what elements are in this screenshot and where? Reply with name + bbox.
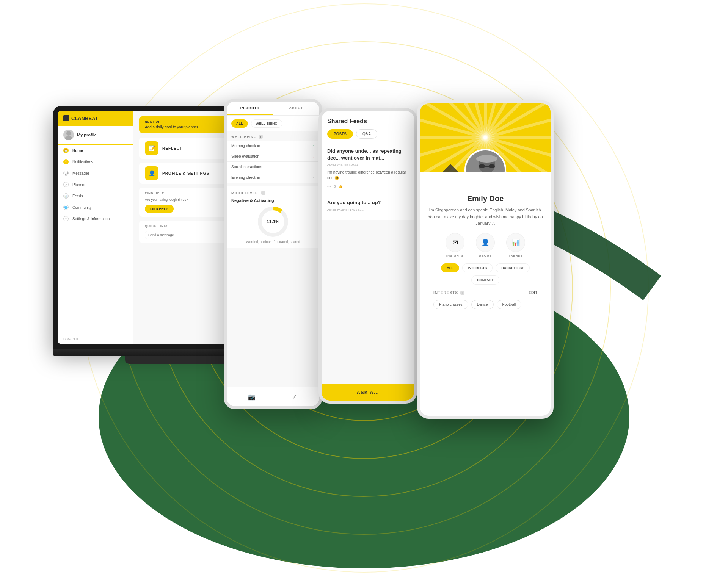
profile-card: Emily Doe I'm Singaporean and can speak:… (417, 100, 554, 419)
interests-header: INTERESTS i EDIT (433, 291, 537, 295)
check-icon[interactable]: ✓ (289, 391, 300, 402)
feed-post-1[interactable]: Did anyone unde... as repeating dec... w… (322, 142, 414, 194)
list-item-sleep[interactable]: Sleep evaluation ↓ (227, 151, 319, 162)
profile-name: Emily Doe (428, 194, 543, 203)
tag-football[interactable]: Football (497, 300, 522, 309)
mood-circle: 11.1% (258, 207, 288, 237)
sidebar-item-settings[interactable]: ≡ Settings & Information (58, 213, 133, 224)
thumbs-icon: 👍 (339, 185, 343, 188)
wellbeing-section-title: WELL-BEING i (227, 131, 319, 141)
mood-name: Negative & Activating (231, 198, 315, 203)
tab-insights[interactable]: INSIGHTS (227, 102, 273, 115)
phone-insights-inner: INSIGHTS ABOUT ALL WELL-BEING WELL-BEING… (227, 102, 319, 406)
sidebar-item-messages[interactable]: 💬 Messages (58, 167, 133, 179)
settings-icon: ≡ (63, 216, 69, 221)
filter-all[interactable]: ALL (441, 263, 459, 272)
profile-header-bg (420, 103, 551, 172)
interests-section: INTERESTS i EDIT Piano classes Dance Foo… (428, 291, 543, 309)
sidebar-item-planner[interactable]: ✓ Planner (58, 179, 133, 190)
home-icon: 🏠 (63, 148, 69, 153)
messages-icon: 💬 (63, 171, 69, 176)
svg-rect-39 (479, 164, 485, 168)
feeds-title: Shared Feeds (327, 118, 408, 125)
mood-percent: 11.1% (262, 210, 284, 233)
arrow-down-icon: ↓ (313, 154, 315, 158)
feed-post-1-text: I'm having trouble difference between a … (327, 169, 408, 181)
find-help-button[interactable]: FIND HELP (145, 205, 174, 213)
feed-post-2[interactable]: Are you going to... up? Asked by Jane | … (322, 194, 414, 220)
list-item-morning[interactable]: Morning check-in ↑ (227, 141, 319, 151)
community-icon: 🌐 (63, 205, 69, 210)
svg-point-38 (476, 155, 497, 163)
wellbeing-info-icon[interactable]: i (259, 135, 263, 139)
sidebar-item-feeds-label: Feeds (72, 194, 83, 198)
laptop-stand (125, 356, 239, 364)
planner-icon: ✓ (63, 182, 69, 187)
feeds-tab-posts[interactable]: POSTS (327, 129, 353, 139)
reflect-label: REFLECT (162, 146, 182, 150)
phone-feeds: Shared Feeds POSTS Q&A Did anyone unde..… (318, 108, 417, 404)
sidebar-profile[interactable]: My profile (58, 126, 133, 145)
filter-contact[interactable]: CONTACT (471, 275, 499, 285)
sidebar-item-community-label: Community (72, 205, 92, 210)
camera-icon[interactable]: 📷 (246, 391, 257, 402)
feed-post-1-actions: ••• 5 👍 (327, 185, 408, 188)
sidebar-profile-name: My profile (77, 133, 97, 137)
mood-description: Worried, anxious, frustrated, scared (231, 240, 315, 244)
sidebar-item-messages-label: Messages (72, 171, 90, 175)
insights-label: INSIGHTS (446, 254, 464, 257)
profile-filter-row: ALL INTERESTS BUCKET LIST CONTACT (428, 263, 543, 285)
reflect-icon: 📝 (145, 141, 158, 155)
filter-interests[interactable]: INTERESTS (462, 263, 493, 272)
interests-info-icon[interactable]: i (460, 291, 464, 295)
profile-icon-insights[interactable]: ✉ INSIGHTS (446, 233, 464, 257)
sidebar-item-feeds[interactable]: 📊 Feeds (58, 190, 133, 202)
logout-label: LOG OUT (63, 337, 79, 341)
trends-icon: 📊 (506, 233, 525, 252)
phone-feeds-inner: Shared Feeds POSTS Q&A Did anyone unde..… (322, 111, 414, 401)
feed-post-2-meta: Asked by Jane | 17:21 | Z... (327, 208, 408, 211)
phone-insights: INSIGHTS ABOUT ALL WELL-BEING WELL-BEING… (224, 99, 322, 409)
feeds-icon: 📊 (63, 193, 69, 199)
trends-label: TRENDS (508, 254, 523, 257)
sidebar-item-home[interactable]: 🏠 Home (58, 145, 133, 156)
list-item-social[interactable]: Social interactions (227, 162, 319, 172)
mood-section: MOOD LEVEL i Negative & Activating 11.1%… (227, 186, 319, 248)
profile-icon-about[interactable]: 👤 ABOUT (476, 233, 495, 257)
profile-icon-trends[interactable]: 📊 TRENDS (506, 233, 525, 257)
tab-about[interactable]: ABOUT (273, 102, 319, 115)
svg-rect-40 (489, 164, 495, 168)
dots-icon: ••• (327, 185, 331, 188)
feeds-tab-qa[interactable]: Q&A (356, 129, 377, 139)
feed-post-2-title: Are you going to... up? (327, 199, 408, 206)
list-item-evening[interactable]: Evening check-in → (227, 172, 319, 183)
filter-all[interactable]: ALL (231, 119, 248, 128)
reaction-count: 5 (334, 185, 336, 188)
sidebar-item-logout[interactable]: LOG OUT (58, 334, 133, 344)
feed-post-1-meta: Asked by Emily | 10:21 | (327, 163, 408, 166)
profile-bio: I'm Singaporean and can speak: English, … (428, 207, 543, 227)
mood-title: MOOD LEVEL i (231, 191, 315, 195)
laptop-sidebar: CLANBEAT My profile 🏠 Home (58, 111, 133, 344)
profile-icons-row: ✉ INSIGHTS 👤 ABOUT 📊 TRENDS (428, 233, 543, 257)
sidebar-logo: CLANBEAT (58, 111, 133, 126)
interests-edit[interactable]: EDIT (529, 291, 537, 295)
ask-button[interactable]: ASK A... (322, 384, 414, 401)
filter-bucket-list[interactable]: BUCKET LIST (496, 263, 530, 272)
svg-point-8 (65, 136, 72, 140)
sidebar-item-notifications-label: Notifications (72, 160, 93, 164)
filter-wellbeing[interactable]: WELL-BEING (251, 119, 282, 128)
tag-dance[interactable]: Dance (471, 300, 494, 309)
profile-settings-icon: 👤 (145, 166, 158, 180)
mood-info-icon[interactable]: i (261, 191, 265, 195)
tag-piano[interactable]: Piano classes (433, 300, 468, 309)
feed-post-1-title: Did anyone unde... as repeating dec... w… (327, 148, 408, 161)
phone-bottom-bar: 📷 ✓ (227, 387, 319, 406)
feeds-tabs: POSTS Q&A (327, 129, 408, 139)
sidebar-item-home-label: Home (72, 149, 83, 153)
notifications-icon: ⚡ (63, 159, 69, 164)
profile-body: Emily Doe I'm Singaporean and can speak:… (420, 172, 551, 315)
sidebar-item-notifications[interactable]: ⚡ Notifications (58, 156, 133, 167)
sidebar-item-community[interactable]: 🌐 Community (58, 202, 133, 213)
feeds-header: Shared Feeds POSTS Q&A (322, 111, 414, 142)
